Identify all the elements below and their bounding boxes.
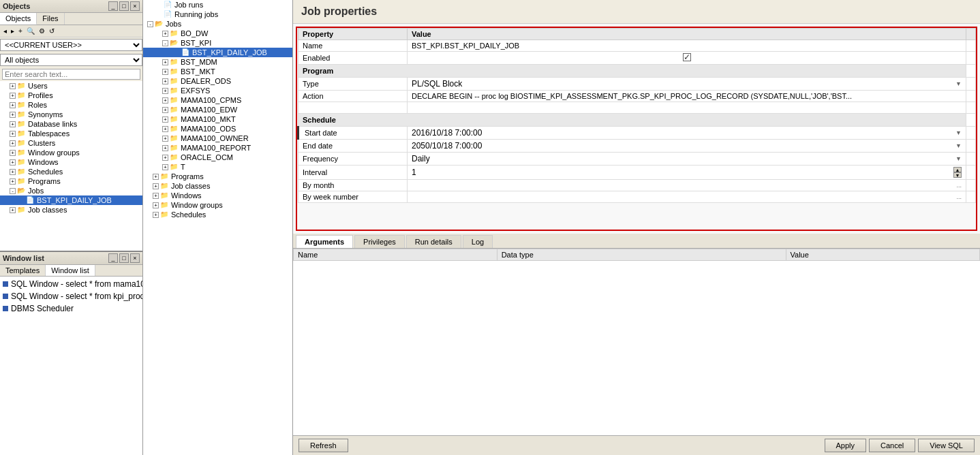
nav-schedules[interactable]: + 📁 Schedules	[143, 210, 292, 219]
expand-bst-mdm[interactable]: +	[162, 59, 168, 65]
tree-item-profiles[interactable]: + 📁 Profiles	[0, 91, 142, 100]
nav-windows[interactable]: + 📁 Windows	[143, 191, 292, 200]
nav-bst-kpi-daily[interactable]: 📄 BST_KPI_DAILY_JOB	[143, 48, 292, 57]
expand-bst-mkt[interactable]: +	[162, 69, 168, 75]
expand-oracle-ocm[interactable]: +	[162, 155, 168, 161]
scope-dropdown[interactable]: All objects	[0, 54, 142, 66]
tree-item-bst-kpi-daily[interactable]: 📄 BST_KPI_DAILY_JOB	[0, 195, 142, 205]
add-btn[interactable]: +	[17, 27, 24, 35]
type-dropdown-arrow[interactable]: ▼	[955, 80, 962, 87]
nav-job-classes[interactable]: + 📁 Job classes	[143, 181, 292, 191]
tab-run-details[interactable]: Run details	[406, 235, 461, 248]
wl-minimize-btn[interactable]: _	[108, 253, 118, 263]
nav-oracle-ocm[interactable]: + 📁 ORACLE_OCM	[143, 153, 292, 162]
nav-mama-mkt[interactable]: + 📁 MAMA100_MKT	[143, 114, 292, 124]
expand-jobs[interactable]: -	[10, 188, 16, 194]
close-btn[interactable]: ×	[130, 1, 140, 11]
interval-value[interactable]: 1 ▲ ▼	[408, 166, 966, 180]
type-value[interactable]: PL/SQL Block ▼	[408, 78, 966, 91]
expand-nav-jobs[interactable]: -	[147, 21, 153, 27]
enabled-value[interactable]	[408, 52, 966, 65]
nav-mama-edw[interactable]: + 📁 MAMA100_EDW	[143, 105, 292, 114]
minimize-btn[interactable]: _	[108, 1, 118, 11]
expand-schedules[interactable]: +	[10, 169, 16, 175]
expand-mama-cpms[interactable]: +	[162, 97, 168, 104]
tree-item-roles[interactable]: + 📁 Roles	[0, 100, 142, 110]
refresh-button[interactable]: Refresh	[298, 439, 348, 452]
nav-bst-mkt[interactable]: + 📁 BST_MKT	[143, 67, 292, 76]
expand-windows[interactable]: +	[10, 159, 16, 166]
by-month-value[interactable]: ...	[408, 180, 966, 191]
nav-job-runs[interactable]: 📄 Job runs	[143, 0, 292, 10]
nav-running-jobs[interactable]: 📄 Running jobs	[143, 10, 292, 19]
expand-exfsys[interactable]: +	[162, 88, 168, 94]
nav-exfsys[interactable]: + 📁 EXFSYS	[143, 86, 292, 95]
refresh-left-btn[interactable]: ↺	[48, 27, 56, 35]
freq-dropdown[interactable]: ▼	[955, 155, 962, 162]
expand-nav-wg[interactable]: +	[153, 202, 159, 208]
wl-item-sql2[interactable]: SQL Window - select * from kpi_proc_lo	[0, 290, 142, 302]
wl-item-dbms[interactable]: DBMS Scheduler	[0, 302, 142, 315]
interval-up[interactable]: ▲	[953, 167, 962, 172]
tree-item-db-links[interactable]: + 📁 Database links	[0, 119, 142, 129]
search-input[interactable]	[2, 69, 140, 80]
by-month-ellipsis[interactable]: ...	[956, 182, 962, 189]
search-btn[interactable]: 🔍	[25, 27, 36, 35]
wl-item-sql1[interactable]: SQL Window - select * from mama100_o	[0, 278, 142, 290]
expand-profiles[interactable]: +	[10, 93, 16, 99]
tree-item-job-classes[interactable]: + 📁 Job classes	[0, 205, 142, 215]
expand-roles[interactable]: +	[10, 102, 16, 108]
action-value[interactable]: DECLARE BEGIN -- proc log BIOSTIME_KPI_A…	[408, 91, 966, 102]
wl-tab-window-list[interactable]: Window list	[46, 265, 95, 276]
nav-jobs-folder[interactable]: - 📂 Jobs	[143, 19, 292, 29]
tree-item-programs[interactable]: + 📁 Programs	[0, 176, 142, 186]
back-btn[interactable]: ◂	[2, 27, 8, 35]
wl-restore-btn[interactable]: □	[119, 253, 129, 263]
expand-t[interactable]: +	[162, 164, 168, 170]
tab-privileges[interactable]: Privileges	[354, 235, 405, 248]
view-sql-button[interactable]: View SQL	[918, 439, 975, 452]
tree-item-schedules[interactable]: + 📁 Schedules	[0, 167, 142, 176]
expand-clusters[interactable]: +	[10, 140, 16, 146]
nav-bst-kpi[interactable]: - 📂 BST_KPI	[143, 38, 292, 48]
end-date-dropdown[interactable]: ▼	[955, 142, 962, 149]
tab-objects[interactable]: Objects	[0, 13, 37, 25]
tree-item-users[interactable]: + 📁 Users	[0, 81, 142, 91]
expand-users[interactable]: +	[10, 83, 16, 89]
tree-item-jobs[interactable]: - 📂 Jobs	[0, 186, 142, 195]
by-week-ellipsis[interactable]: ...	[956, 193, 962, 200]
nav-mama-report[interactable]: + 📁 MAMA100_REPORT	[143, 143, 292, 153]
expand-nav-jc[interactable]: +	[153, 183, 159, 189]
expand-nav-programs[interactable]: +	[153, 174, 159, 180]
user-dropdown[interactable]: <<CURRENT USER>>	[0, 39, 142, 51]
name-value[interactable]: BST_KPI.BST_KPI_DAILY_JOB	[408, 40, 966, 52]
expand-mama-mkt[interactable]: +	[162, 116, 168, 123]
start-date-dropdown[interactable]: ▼	[955, 129, 962, 136]
tree-item-tablespaces[interactable]: + 📁 Tablespaces	[0, 129, 142, 138]
expand-nav-windows[interactable]: +	[153, 193, 159, 199]
nav-t[interactable]: + 📁 T	[143, 162, 292, 172]
expand-programs[interactable]: +	[10, 178, 16, 185]
tree-item-clusters[interactable]: + 📁 Clusters	[0, 138, 142, 148]
expand-bst-kpi[interactable]: -	[162, 40, 168, 46]
nav-dealer-ods[interactable]: + 📁 DEALER_ODS	[143, 76, 292, 86]
expand-mama-ods[interactable]: +	[162, 126, 168, 132]
wl-tab-templates[interactable]: Templates	[0, 265, 46, 276]
tree-item-synonyms[interactable]: + 📁 Synonyms	[0, 110, 142, 119]
freq-value[interactable]: Daily ▼	[408, 153, 966, 166]
nav-mama-ods[interactable]: + 📁 MAMA100_ODS	[143, 124, 292, 134]
expand-dealer[interactable]: +	[162, 78, 168, 84]
wl-close-btn[interactable]: ×	[130, 253, 140, 263]
by-week-value[interactable]: ...	[408, 191, 966, 203]
expand-synonyms[interactable]: +	[10, 112, 16, 118]
interval-down[interactable]: ▼	[953, 172, 962, 178]
expand-db-links[interactable]: +	[10, 121, 16, 127]
end-date-value[interactable]: 2050/10/18 7:00:00 ▼	[408, 140, 966, 153]
nav-bst-mdm[interactable]: + 📁 BST_MDM	[143, 57, 292, 67]
nav-bo-dw[interactable]: + 📁 BO_DW	[143, 29, 292, 38]
expand-mama-report[interactable]: +	[162, 145, 168, 151]
forward-btn[interactable]: ▸	[10, 27, 16, 35]
tab-arguments[interactable]: Arguments	[296, 235, 353, 248]
tree-item-windows[interactable]: + 📁 Windows	[0, 157, 142, 167]
gear-btn[interactable]: ⚙	[37, 27, 46, 35]
